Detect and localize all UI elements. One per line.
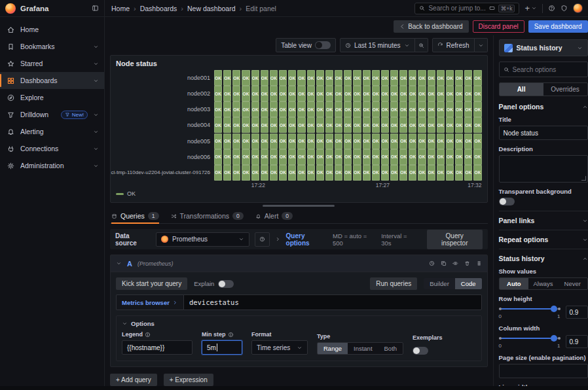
- status-cell[interactable]: OK: [363, 70, 371, 86]
- status-cell[interactable]: OK: [381, 86, 389, 101]
- status-cell[interactable]: OK: [390, 101, 398, 117]
- status-cell[interactable]: OK: [261, 117, 268, 133]
- explain-switch[interactable]: [218, 280, 234, 288]
- status-cell[interactable]: OK: [232, 133, 240, 149]
- status-cell[interactable]: OK: [428, 133, 435, 149]
- status-cell[interactable]: OK: [473, 101, 481, 117]
- status-cell[interactable]: OK: [223, 101, 231, 117]
- status-cell[interactable]: OK: [297, 101, 305, 117]
- status-cell[interactable]: OK: [455, 70, 463, 86]
- status-cell[interactable]: OK: [363, 165, 371, 181]
- sidebar-item-drilldown[interactable]: DrilldownNew!: [0, 106, 104, 123]
- status-cell[interactable]: OK: [223, 165, 231, 181]
- status-cell[interactable]: OK: [307, 86, 315, 101]
- status-cell[interactable]: OK: [409, 86, 416, 101]
- status-cell[interactable]: OK: [372, 70, 380, 86]
- type-range[interactable]: Range: [318, 343, 348, 354]
- status-cell[interactable]: OK: [251, 133, 259, 149]
- sidebar-item-explore[interactable]: Explore: [0, 89, 104, 106]
- status-cell[interactable]: OK: [446, 165, 454, 181]
- status-cell[interactable]: OK: [363, 149, 371, 165]
- status-cell[interactable]: OK: [353, 149, 361, 165]
- status-cell[interactable]: OK: [270, 165, 278, 181]
- status-cell[interactable]: OK: [381, 117, 389, 133]
- duplicate-query-icon[interactable]: [441, 260, 447, 266]
- status-cell[interactable]: OK: [455, 101, 463, 117]
- status-cell[interactable]: OK: [464, 133, 472, 149]
- status-cell[interactable]: OK: [251, 117, 259, 133]
- status-cell[interactable]: OK: [455, 149, 463, 165]
- status-cell[interactable]: OK: [344, 117, 352, 133]
- status-cell[interactable]: OK: [297, 133, 305, 149]
- query-header[interactable]: A (Prometheus): [111, 255, 487, 272]
- status-cell[interactable]: OK: [409, 149, 416, 165]
- status-cell[interactable]: OK: [288, 70, 296, 86]
- status-cell[interactable]: OK: [363, 101, 371, 117]
- tab-queries[interactable]: Queries1: [111, 212, 159, 223]
- show-values-never[interactable]: Never: [558, 278, 587, 289]
- status-cell[interactable]: OK: [473, 86, 481, 101]
- status-cell[interactable]: OK: [418, 101, 426, 117]
- status-cell[interactable]: OK: [279, 101, 287, 117]
- save-dashboard-button[interactable]: Save dashboard: [528, 20, 588, 33]
- status-cell[interactable]: OK: [437, 101, 445, 117]
- status-cell[interactable]: OK: [325, 165, 333, 181]
- status-cell[interactable]: OK: [344, 149, 352, 165]
- status-cell[interactable]: OK: [455, 133, 463, 149]
- status-cell[interactable]: OK: [437, 70, 445, 86]
- show-values-auto[interactable]: Auto: [500, 278, 529, 289]
- show-values-always[interactable]: Always: [528, 278, 558, 289]
- min-step-input[interactable]: 5m: [202, 340, 242, 355]
- sidebar-item-administration[interactable]: Administration: [0, 157, 104, 174]
- status-cell[interactable]: OK: [428, 117, 435, 133]
- status-cell[interactable]: OK: [344, 70, 352, 86]
- status-cell[interactable]: OK: [270, 133, 278, 149]
- status-cell[interactable]: OK: [251, 165, 259, 181]
- table-view-switch[interactable]: [315, 41, 331, 49]
- status-cell[interactable]: OK: [242, 86, 249, 101]
- status-cell[interactable]: OK: [232, 165, 240, 181]
- status-cell[interactable]: OK: [335, 149, 342, 165]
- status-cell[interactable]: OK: [464, 165, 472, 181]
- status-cell[interactable]: OK: [232, 101, 240, 117]
- back-to-dashboard-button[interactable]: Back to dashboard: [394, 20, 468, 33]
- status-cell[interactable]: OK: [316, 165, 324, 181]
- status-cell[interactable]: OK: [437, 117, 445, 133]
- status-cell[interactable]: OK: [335, 133, 342, 149]
- status-cell[interactable]: OK: [325, 86, 333, 101]
- status-cell[interactable]: OK: [325, 101, 333, 117]
- status-cell[interactable]: OK: [399, 70, 407, 86]
- status-cell[interactable]: OK: [214, 70, 222, 86]
- status-cell[interactable]: OK: [464, 149, 472, 165]
- status-cell[interactable]: OK: [251, 70, 259, 86]
- status-cell[interactable]: OK: [344, 101, 352, 117]
- status-cell[interactable]: OK: [428, 101, 435, 117]
- status-cell[interactable]: OK: [446, 86, 454, 101]
- status-cell[interactable]: OK: [353, 165, 361, 181]
- status-cell[interactable]: OK: [446, 133, 454, 149]
- status-cell[interactable]: OK: [214, 86, 222, 101]
- status-cell[interactable]: OK: [464, 101, 472, 117]
- status-cell[interactable]: OK: [223, 117, 231, 133]
- mode-builder[interactable]: Builder: [424, 278, 455, 289]
- status-cell[interactable]: OK: [288, 165, 296, 181]
- status-cell[interactable]: OK: [446, 149, 454, 165]
- status-cell[interactable]: OK: [363, 133, 371, 149]
- status-cell[interactable]: OK: [428, 149, 435, 165]
- search-options-input[interactable]: Search options: [499, 62, 588, 77]
- status-cell[interactable]: OK: [418, 165, 426, 181]
- status-cell[interactable]: OK: [353, 86, 361, 101]
- section-header[interactable]: Panel links: [499, 217, 588, 224]
- time-range-picker[interactable]: Last 15 minutes: [340, 38, 415, 52]
- status-cell[interactable]: OK: [316, 101, 324, 117]
- status-cell[interactable]: OK: [437, 165, 445, 181]
- sidebar-item-alerting[interactable]: Alerting: [0, 123, 104, 140]
- status-cell[interactable]: OK: [251, 149, 259, 165]
- hide-query-eye-icon[interactable]: [452, 260, 458, 266]
- query-help-icon[interactable]: [429, 260, 435, 266]
- status-cell[interactable]: OK: [325, 149, 333, 165]
- status-cell[interactable]: OK: [223, 133, 231, 149]
- type-both[interactable]: Both: [378, 343, 403, 354]
- status-cell[interactable]: OK: [325, 117, 333, 133]
- status-cell[interactable]: OK: [242, 101, 249, 117]
